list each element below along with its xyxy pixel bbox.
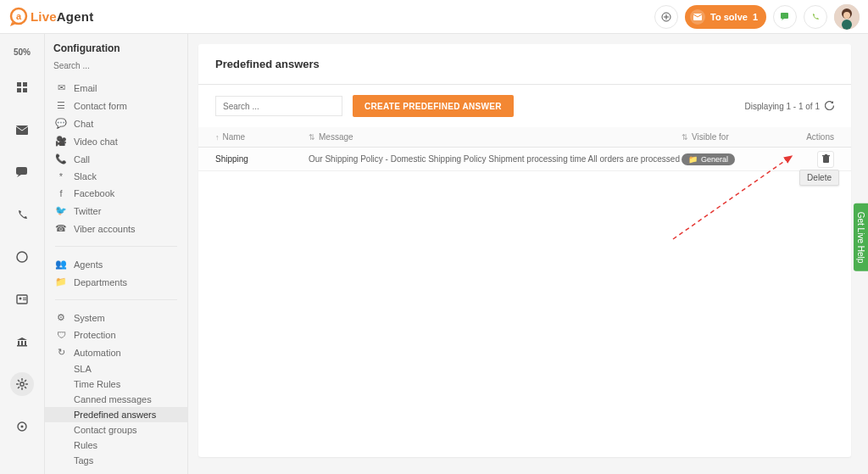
cfg-item-protection[interactable]: 🛡Protection [45, 326, 187, 343]
chat-icon: 💬 [55, 118, 67, 129]
paging-text: Displaying 1 - 1 of 1 [745, 102, 820, 111]
cfg-sub-predefined-answers[interactable]: Predefined answers [45, 407, 187, 422]
svg-rect-22 [25, 341, 26, 345]
cfg-sub-rules[interactable]: Rules [45, 438, 187, 453]
add-button[interactable] [654, 5, 678, 29]
content-card: Predefined answers CREATE PREDEFINED ANS… [198, 44, 851, 457]
cfg-item-email[interactable]: ✉Email [45, 79, 187, 97]
setup-percent[interactable]: 50% [14, 47, 31, 57]
svg-rect-21 [21, 341, 23, 345]
folder-icon: 📁 [688, 155, 698, 164]
cfg-item-video-chat[interactable]: 🎥Video chat [45, 132, 187, 150]
cfg-sub-canned-messages[interactable]: Canned messages [45, 392, 187, 407]
cell-visible: 📁General [682, 153, 783, 165]
toolbar: CREATE PREDEFINED ANSWER Displaying 1 - … [198, 85, 851, 127]
svg-rect-37 [825, 154, 827, 155]
chat-icon [16, 167, 28, 177]
cfg-item-label: Twitter [74, 206, 101, 216]
config-scroll[interactable]: ✉Email☰Contact form💬Chat🎥Video chat📞Call… [45, 79, 187, 474]
rail-tickets[interactable] [10, 118, 34, 142]
logo[interactable]: a LiveAgent [8, 7, 93, 27]
to-solve-label: To solve [710, 12, 748, 22]
svg-rect-14 [16, 167, 27, 175]
slack-icon: * [55, 171, 67, 181]
cfg-sub-tags[interactable]: Tags [45, 453, 187, 468]
cfg-item-call[interactable]: 📞Call [45, 150, 187, 168]
cfg-item-departments[interactable]: 📁Departments [45, 273, 187, 291]
col-message[interactable]: ⇅Message [309, 132, 682, 142]
rail-extensions[interactable] [10, 415, 34, 438]
top-actions: To solve 1 [654, 4, 860, 30]
svg-point-15 [17, 252, 27, 262]
tw-icon: 🐦 [55, 205, 67, 216]
svg-rect-20 [18, 341, 19, 345]
refresh-icon[interactable] [825, 101, 834, 112]
form-icon: ☰ [55, 100, 67, 111]
cfg-item-automation[interactable]: ↻Automation [45, 343, 187, 361]
create-button[interactable]: CREATE PREDEFINED ANSWER [353, 95, 514, 117]
svg-rect-19 [23, 299, 26, 300]
table-body: Shipping Our Shipping Policy - Domestic … [198, 148, 851, 171]
chat-status-button[interactable] [773, 5, 797, 29]
cfg-item-viber-accounts[interactable]: ☎Viber accounts [45, 220, 187, 237]
logo-text: LiveAgent [31, 9, 93, 24]
svg-line-31 [25, 380, 26, 382]
cfg-item-label: System [74, 313, 105, 323]
col-name[interactable]: ↑Name [215, 132, 309, 142]
user-avatar[interactable] [834, 4, 860, 30]
dashboard-icon [16, 81, 28, 93]
cfg-item-label: Protection [74, 330, 116, 340]
phone-icon [811, 13, 820, 21]
top-bar: a LiveAgent To solve 1 [0, 0, 868, 34]
rail-reports[interactable] [10, 245, 34, 269]
svg-point-17 [19, 298, 22, 300]
col-actions: Actions [783, 132, 834, 142]
cfg-item-contact-form[interactable]: ☰Contact form [45, 97, 187, 114]
cfg-sub-time-rules[interactable]: Time Rules [45, 376, 187, 392]
auto-icon: ↻ [55, 347, 67, 358]
cfg-item-twitter[interactable]: 🐦Twitter [45, 202, 187, 220]
phone-icon [17, 209, 28, 220]
cfg-item-label: Agents [74, 259, 103, 270]
svg-rect-12 [23, 88, 27, 92]
cfg-item-facebook[interactable]: fFacebook [45, 185, 187, 202]
rail-calls[interactable] [10, 203, 34, 226]
svg-rect-4 [781, 13, 788, 19]
cfg-item-agents[interactable]: 👥Agents [45, 255, 187, 273]
mail-icon: ✉ [55, 82, 67, 93]
col-visible[interactable]: ⇅Visible for [682, 132, 783, 142]
cfg-sub-contact-groups[interactable]: Contact groups [45, 422, 187, 438]
chat-icon [781, 13, 789, 21]
cfg-item-system[interactable]: ⚙System [45, 309, 187, 326]
cfg-item-label: Viber accounts [74, 224, 136, 234]
cfg-item-label: Contact form [74, 101, 127, 111]
cfg-sub-sla[interactable]: SLA [45, 361, 187, 376]
rail-configuration[interactable] [10, 372, 34, 396]
svg-point-34 [21, 426, 24, 428]
rail-chats[interactable] [10, 160, 34, 184]
help-tab[interactable]: Get Live Help [854, 203, 868, 271]
rail-kb[interactable] [10, 330, 34, 354]
table-row[interactable]: Shipping Our Shipping Policy - Domestic … [198, 148, 851, 171]
config-search-input[interactable] [53, 58, 179, 74]
svg-point-24 [20, 382, 24, 386]
svg-rect-11 [17, 88, 21, 92]
gear-icon: ⚙ [55, 312, 67, 323]
delete-button[interactable] [817, 151, 834, 168]
cfg-item-chat[interactable]: 💬Chat [45, 114, 187, 132]
cfg-item-label: Email [74, 83, 97, 93]
cfg-item-label: Automation [74, 348, 121, 358]
config-title: Configuration [45, 34, 187, 58]
call-status-button[interactable] [804, 5, 827, 29]
cfg-item-slack[interactable]: *Slack [45, 168, 187, 185]
cfg-item-label: Departments [74, 277, 127, 287]
shield-icon: 🛡 [55, 330, 67, 340]
to-solve-button[interactable]: To solve 1 [685, 5, 766, 29]
rail-customers[interactable] [10, 287, 34, 311]
cell-message: Our Shipping Policy - Domestic Shipping … [309, 154, 682, 164]
svg-rect-18 [23, 298, 26, 298]
rail-dashboard[interactable] [10, 75, 34, 99]
table-header: ↑Name ⇅Message ⇅Visible for Actions [198, 127, 851, 148]
cfg-item-label: Slack [74, 171, 97, 181]
search-input[interactable] [215, 96, 342, 116]
